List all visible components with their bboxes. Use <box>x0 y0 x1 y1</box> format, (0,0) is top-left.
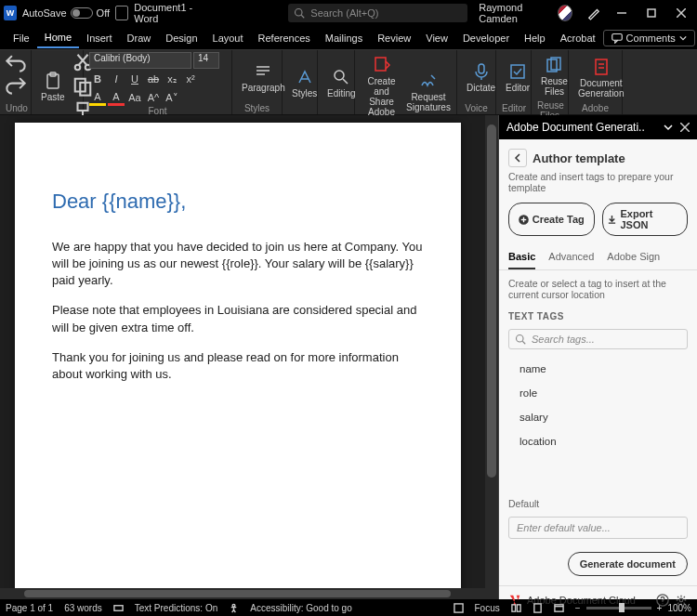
status-words[interactable]: 63 words <box>64 603 102 613</box>
svg-rect-39 <box>512 604 516 610</box>
user-account[interactable]: Raymond Camden <box>479 2 572 24</box>
comments-button[interactable]: Comments <box>603 30 695 46</box>
editor-button[interactable]: Editor <box>502 59 533 97</box>
close-button[interactable] <box>669 0 693 26</box>
svg-rect-19 <box>375 58 386 71</box>
document-generation-button[interactable]: Document Generation <box>574 54 627 102</box>
vertical-scrollbar[interactable] <box>485 115 498 599</box>
svg-line-18 <box>343 79 348 84</box>
menu-mailings[interactable]: Mailings <box>318 29 370 47</box>
read-mode-icon[interactable] <box>511 603 521 613</box>
tag-item[interactable]: name <box>499 357 697 381</box>
status-page[interactable]: Page 1 of 1 <box>6 603 53 613</box>
tag-search-input[interactable]: Search tags... <box>508 329 688 349</box>
redo-button[interactable] <box>6 74 26 95</box>
document-area[interactable]: Dear {{name}}, We are happy that you hav… <box>0 115 498 599</box>
generate-document-button[interactable]: Generate document <box>568 552 688 576</box>
menu-file[interactable]: File <box>6 29 37 47</box>
editing-button[interactable]: Editing <box>323 64 360 102</box>
ribbon-group-styles: Styles <box>238 103 276 114</box>
underline-button[interactable]: U <box>126 71 143 87</box>
font-size-select[interactable]: 14 <box>193 52 219 69</box>
menu-references[interactable]: References <box>251 29 318 47</box>
search-icon <box>294 7 305 19</box>
close-panel-button[interactable] <box>680 123 690 132</box>
default-value-input[interactable]: Enter default value... <box>508 517 688 539</box>
status-focus[interactable]: Focus <box>475 603 500 613</box>
tag-item[interactable]: location <box>499 429 697 453</box>
paste-button[interactable]: Paste <box>37 68 69 106</box>
font-name-select[interactable]: Calibri (Body) <box>89 52 191 69</box>
autosave-toggle[interactable]: AutoSave Off <box>22 7 110 19</box>
zoom-value[interactable]: 100% <box>667 603 691 613</box>
subscript-button[interactable]: x₂ <box>164 71 180 87</box>
create-tag-button[interactable]: Create Tag <box>508 203 595 236</box>
save-icon[interactable] <box>115 6 128 20</box>
chevron-down-icon[interactable] <box>664 123 673 132</box>
svg-rect-40 <box>517 604 520 610</box>
svg-point-17 <box>335 71 344 80</box>
paragraph-label: Paragraph <box>242 83 285 93</box>
menu-acrobat[interactable]: Acrobat <box>553 29 603 47</box>
scroll-thumb[interactable] <box>24 590 451 597</box>
svg-point-0 <box>296 9 303 17</box>
tab-adobe-sign[interactable]: Adobe Sign <box>607 245 660 269</box>
web-layout-icon[interactable] <box>554 603 564 613</box>
tab-advanced[interactable]: Advanced <box>548 245 594 269</box>
zoom-slider[interactable]: − + 100% <box>575 603 691 613</box>
menu-design[interactable]: Design <box>158 29 204 47</box>
change-case-button[interactable]: Aa <box>126 89 143 106</box>
italic-button[interactable]: I <box>108 71 125 87</box>
status-predictions[interactable]: Text Predictions: On <box>135 603 217 613</box>
reuse-label: Reuse Files <box>541 76 568 97</box>
default-label: Default <box>499 494 697 513</box>
autosave-label: AutoSave <box>22 7 67 19</box>
zoom-in-button[interactable]: + <box>657 603 663 613</box>
pen-icon[interactable] <box>587 6 600 20</box>
tag-item[interactable]: role <box>499 381 697 405</box>
request-signatures-button[interactable]: Request Signatures <box>406 68 451 116</box>
menu-help[interactable]: Help <box>517 29 553 47</box>
docgen-panel: Adobe Document Generati.. Author templat… <box>498 115 697 599</box>
svg-point-9 <box>74 65 80 71</box>
menu-view[interactable]: View <box>418 29 455 47</box>
grow-font-button[interactable]: A^ <box>145 89 162 106</box>
svg-rect-41 <box>534 603 541 611</box>
menu-review[interactable]: Review <box>370 29 418 47</box>
word-app-icon: W <box>4 6 17 20</box>
svg-rect-38 <box>454 603 462 611</box>
status-accessibility[interactable]: Accessibility: Good to go <box>250 603 352 613</box>
search-input[interactable]: Search (Alt+Q) <box>288 4 467 22</box>
menu-home[interactable]: Home <box>37 28 79 48</box>
zoom-track[interactable] <box>586 607 651 609</box>
document-page[interactable]: Dear {{name}}, We are happy that you hav… <box>15 123 461 599</box>
superscript-button[interactable]: x² <box>182 71 199 87</box>
menu-developer[interactable]: Developer <box>455 29 517 47</box>
strike-button[interactable]: ab <box>145 71 162 87</box>
styles-button[interactable]: Styles <box>288 64 321 102</box>
undo-button[interactable] <box>6 52 26 72</box>
tag-item[interactable]: salary <box>499 405 697 429</box>
editing-label: Editing <box>327 88 356 98</box>
reuse-files-button[interactable]: Reuse Files <box>537 52 572 100</box>
horizontal-scrollbar[interactable] <box>0 588 485 599</box>
scroll-thumb[interactable] <box>487 125 496 478</box>
print-layout-icon[interactable] <box>533 603 543 613</box>
paragraph-button[interactable]: Paragraph <box>238 59 289 97</box>
menu-draw[interactable]: Draw <box>120 29 159 47</box>
font-color-button[interactable]: A <box>108 89 125 106</box>
highlight-button[interactable]: A <box>89 89 106 106</box>
export-json-button[interactable]: Export JSON <box>602 203 689 236</box>
dictate-button[interactable]: Dictate <box>463 59 499 97</box>
zoom-out-button[interactable]: − <box>575 603 581 613</box>
menu-layout[interactable]: Layout <box>205 29 251 47</box>
tab-basic[interactable]: Basic <box>508 245 535 269</box>
svg-rect-42 <box>555 604 563 610</box>
bold-button[interactable]: B <box>89 71 106 87</box>
focus-icon[interactable] <box>454 603 464 613</box>
shrink-font-button[interactable]: A˅ <box>164 89 180 106</box>
maximize-button[interactable] <box>639 0 664 26</box>
back-button[interactable] <box>508 149 527 167</box>
menu-insert[interactable]: Insert <box>79 29 120 47</box>
minimize-button[interactable] <box>610 0 634 26</box>
